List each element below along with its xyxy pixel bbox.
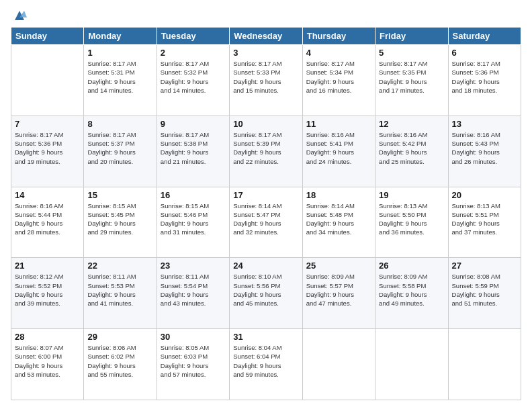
day-cell: 2Sunrise: 8:17 AM Sunset: 5:32 PM Daylig… xyxy=(157,45,229,116)
day-number: 18 xyxy=(306,190,371,200)
day-cell: 8Sunrise: 8:17 AM Sunset: 5:37 PM Daylig… xyxy=(84,116,157,187)
day-cell: 14Sunrise: 8:16 AM Sunset: 5:44 PM Dayli… xyxy=(11,187,84,258)
day-number: 4 xyxy=(306,48,371,58)
weekday-header-saturday: Saturday xyxy=(448,28,521,45)
day-number: 14 xyxy=(15,190,80,200)
day-number: 20 xyxy=(452,190,517,200)
day-cell: 7Sunrise: 8:17 AM Sunset: 5:36 PM Daylig… xyxy=(11,116,84,187)
day-cell xyxy=(302,329,375,400)
day-cell xyxy=(448,329,521,400)
day-number: 19 xyxy=(379,190,444,200)
day-info: Sunrise: 8:17 AM Sunset: 5:33 PM Dayligh… xyxy=(233,59,298,95)
day-number: 12 xyxy=(379,119,444,129)
day-info: Sunrise: 8:09 AM Sunset: 5:58 PM Dayligh… xyxy=(379,272,444,308)
weekday-header-monday: Monday xyxy=(84,28,157,45)
week-row-4: 21Sunrise: 8:12 AM Sunset: 5:52 PM Dayli… xyxy=(11,258,521,329)
week-row-1: 1Sunrise: 8:17 AM Sunset: 5:31 PM Daylig… xyxy=(11,45,521,116)
calendar-table: SundayMondayTuesdayWednesdayThursdayFrid… xyxy=(11,27,521,400)
day-number: 30 xyxy=(161,332,226,342)
day-info: Sunrise: 8:16 AM Sunset: 5:41 PM Dayligh… xyxy=(306,130,371,166)
day-number: 21 xyxy=(15,261,80,271)
day-cell: 25Sunrise: 8:09 AM Sunset: 5:57 PM Dayli… xyxy=(302,258,375,329)
day-info: Sunrise: 8:11 AM Sunset: 5:53 PM Dayligh… xyxy=(87,272,152,308)
day-cell: 24Sunrise: 8:10 AM Sunset: 5:56 PM Dayli… xyxy=(230,258,302,329)
day-info: Sunrise: 8:16 AM Sunset: 5:44 PM Dayligh… xyxy=(15,201,80,237)
day-info: Sunrise: 8:07 AM Sunset: 6:00 PM Dayligh… xyxy=(15,343,80,379)
day-cell: 15Sunrise: 8:15 AM Sunset: 5:45 PM Dayli… xyxy=(84,187,157,258)
page: SundayMondayTuesdayWednesdayThursdayFrid… xyxy=(0,0,532,411)
day-number: 24 xyxy=(233,261,298,271)
day-number: 22 xyxy=(87,261,152,271)
day-cell: 5Sunrise: 8:17 AM Sunset: 5:35 PM Daylig… xyxy=(375,45,448,116)
day-info: Sunrise: 8:17 AM Sunset: 5:31 PM Dayligh… xyxy=(87,59,152,95)
weekday-header-tuesday: Tuesday xyxy=(157,28,229,45)
day-info: Sunrise: 8:13 AM Sunset: 5:50 PM Dayligh… xyxy=(379,201,444,237)
day-info: Sunrise: 8:04 AM Sunset: 6:04 PM Dayligh… xyxy=(233,343,298,379)
day-cell xyxy=(11,45,84,116)
day-cell: 13Sunrise: 8:16 AM Sunset: 5:43 PM Dayli… xyxy=(448,116,521,187)
day-cell: 4Sunrise: 8:17 AM Sunset: 5:34 PM Daylig… xyxy=(302,45,375,116)
day-number: 28 xyxy=(15,332,80,342)
day-cell: 11Sunrise: 8:16 AM Sunset: 5:41 PM Dayli… xyxy=(302,116,375,187)
day-number: 25 xyxy=(306,261,371,271)
day-number: 3 xyxy=(233,48,298,58)
weekday-header-wednesday: Wednesday xyxy=(230,28,302,45)
day-info: Sunrise: 8:17 AM Sunset: 5:32 PM Dayligh… xyxy=(161,59,226,95)
day-cell: 23Sunrise: 8:11 AM Sunset: 5:54 PM Dayli… xyxy=(157,258,229,329)
day-number: 8 xyxy=(87,119,152,129)
day-number: 2 xyxy=(161,48,226,58)
day-cell: 29Sunrise: 8:06 AM Sunset: 6:02 PM Dayli… xyxy=(84,329,157,400)
day-info: Sunrise: 8:14 AM Sunset: 5:47 PM Dayligh… xyxy=(233,201,298,237)
day-cell: 31Sunrise: 8:04 AM Sunset: 6:04 PM Dayli… xyxy=(230,329,302,400)
week-row-2: 7Sunrise: 8:17 AM Sunset: 5:36 PM Daylig… xyxy=(11,116,521,187)
day-number: 27 xyxy=(452,261,517,271)
day-number: 31 xyxy=(233,332,298,342)
day-number: 15 xyxy=(87,190,152,200)
day-info: Sunrise: 8:13 AM Sunset: 5:51 PM Dayligh… xyxy=(452,201,517,237)
day-info: Sunrise: 8:17 AM Sunset: 5:34 PM Dayligh… xyxy=(306,59,371,95)
day-info: Sunrise: 8:06 AM Sunset: 6:02 PM Dayligh… xyxy=(87,343,152,379)
logo-icon xyxy=(12,8,27,23)
day-number: 17 xyxy=(233,190,298,200)
day-cell: 22Sunrise: 8:11 AM Sunset: 5:53 PM Dayli… xyxy=(84,258,157,329)
day-number: 11 xyxy=(306,119,371,129)
day-number: 29 xyxy=(87,332,152,342)
logo xyxy=(11,11,27,20)
day-cell: 6Sunrise: 8:17 AM Sunset: 5:36 PM Daylig… xyxy=(448,45,521,116)
day-cell: 9Sunrise: 8:17 AM Sunset: 5:38 PM Daylig… xyxy=(157,116,229,187)
day-info: Sunrise: 8:09 AM Sunset: 5:57 PM Dayligh… xyxy=(306,272,371,308)
day-cell: 28Sunrise: 8:07 AM Sunset: 6:00 PM Dayli… xyxy=(11,329,84,400)
day-info: Sunrise: 8:15 AM Sunset: 5:46 PM Dayligh… xyxy=(161,201,226,237)
weekday-header-thursday: Thursday xyxy=(302,28,375,45)
day-info: Sunrise: 8:10 AM Sunset: 5:56 PM Dayligh… xyxy=(233,272,298,308)
day-info: Sunrise: 8:17 AM Sunset: 5:39 PM Dayligh… xyxy=(233,130,298,166)
weekday-header-row: SundayMondayTuesdayWednesdayThursdayFrid… xyxy=(11,28,521,45)
day-cell: 10Sunrise: 8:17 AM Sunset: 5:39 PM Dayli… xyxy=(230,116,302,187)
day-cell: 17Sunrise: 8:14 AM Sunset: 5:47 PM Dayli… xyxy=(230,187,302,258)
day-number: 5 xyxy=(379,48,444,58)
day-info: Sunrise: 8:08 AM Sunset: 5:59 PM Dayligh… xyxy=(452,272,517,308)
day-number: 6 xyxy=(452,48,517,58)
day-cell: 21Sunrise: 8:12 AM Sunset: 5:52 PM Dayli… xyxy=(11,258,84,329)
day-info: Sunrise: 8:17 AM Sunset: 5:36 PM Dayligh… xyxy=(15,130,80,166)
day-number: 26 xyxy=(379,261,444,271)
day-cell: 12Sunrise: 8:16 AM Sunset: 5:42 PM Dayli… xyxy=(375,116,448,187)
weekday-header-sunday: Sunday xyxy=(11,28,84,45)
day-info: Sunrise: 8:17 AM Sunset: 5:35 PM Dayligh… xyxy=(379,59,444,95)
day-number: 16 xyxy=(161,190,226,200)
day-info: Sunrise: 8:05 AM Sunset: 6:03 PM Dayligh… xyxy=(161,343,226,379)
day-info: Sunrise: 8:11 AM Sunset: 5:54 PM Dayligh… xyxy=(161,272,226,308)
day-number: 13 xyxy=(452,119,517,129)
day-cell: 3Sunrise: 8:17 AM Sunset: 5:33 PM Daylig… xyxy=(230,45,302,116)
day-info: Sunrise: 8:17 AM Sunset: 5:36 PM Dayligh… xyxy=(452,59,517,95)
day-cell xyxy=(375,329,448,400)
day-cell: 27Sunrise: 8:08 AM Sunset: 5:59 PM Dayli… xyxy=(448,258,521,329)
day-cell: 26Sunrise: 8:09 AM Sunset: 5:58 PM Dayli… xyxy=(375,258,448,329)
week-row-5: 28Sunrise: 8:07 AM Sunset: 6:00 PM Dayli… xyxy=(11,329,521,400)
day-cell: 19Sunrise: 8:13 AM Sunset: 5:50 PM Dayli… xyxy=(375,187,448,258)
day-info: Sunrise: 8:16 AM Sunset: 5:43 PM Dayligh… xyxy=(452,130,517,166)
day-info: Sunrise: 8:17 AM Sunset: 5:37 PM Dayligh… xyxy=(87,130,152,166)
day-number: 9 xyxy=(161,119,226,129)
weekday-header-friday: Friday xyxy=(375,28,448,45)
day-info: Sunrise: 8:14 AM Sunset: 5:48 PM Dayligh… xyxy=(306,201,371,237)
